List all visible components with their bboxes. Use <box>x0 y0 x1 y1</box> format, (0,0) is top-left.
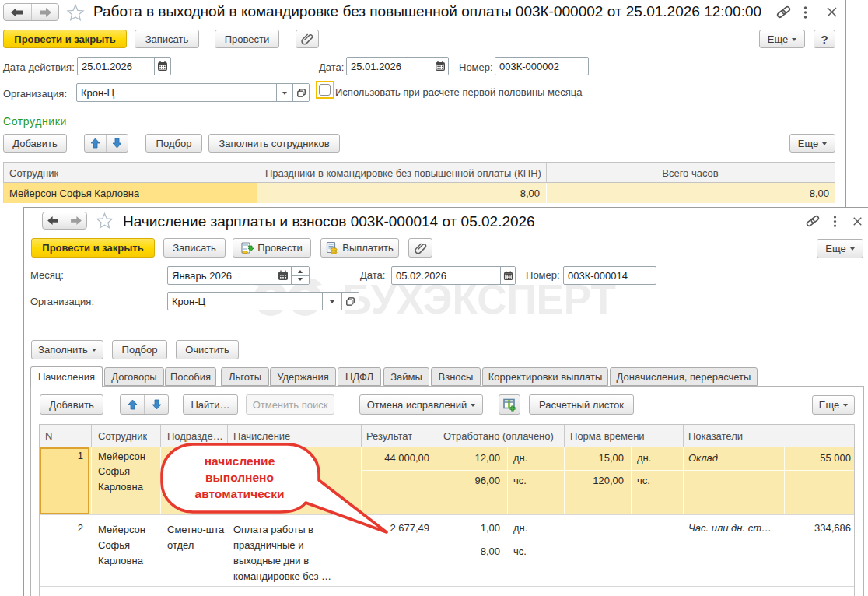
svg-text:выполнено: выполнено <box>205 471 274 484</box>
svg-text:автоматически: автоматически <box>195 487 285 500</box>
svg-text:начисление: начисление <box>205 454 275 468</box>
